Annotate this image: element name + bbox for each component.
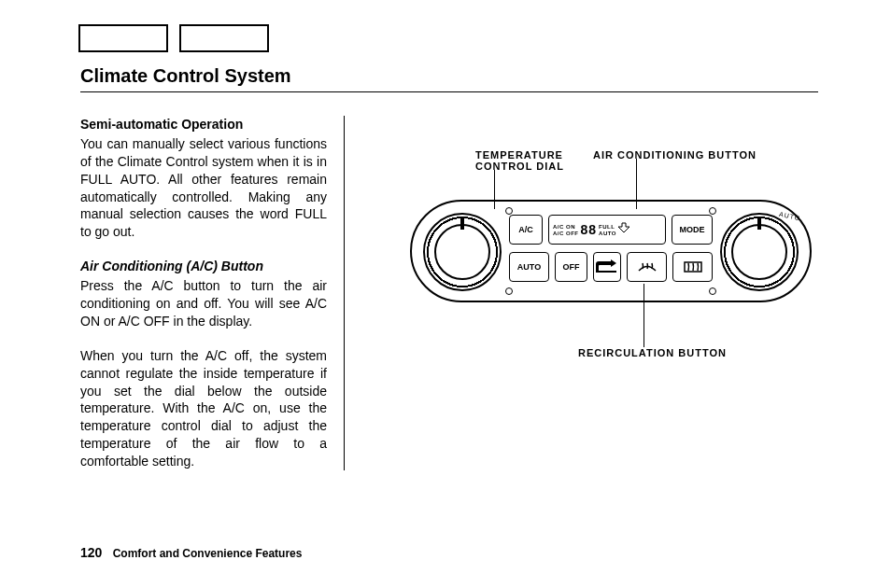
- display-temperature-digits: 88: [581, 227, 598, 232]
- lcd-display: A/C ON A/C OFF 88 FULL AUTO: [548, 215, 666, 245]
- dial-indicator-icon: [460, 217, 464, 230]
- page-title: Climate Control System: [80, 65, 291, 87]
- off-button[interactable]: OFF: [555, 252, 587, 282]
- panel-screw: [709, 287, 716, 295]
- subsection-heading: Air Conditioning (A/C) Button: [80, 258, 327, 275]
- page-footer: 120 Comfort and Convenience Features: [80, 545, 302, 560]
- svg-rect-0: [596, 271, 616, 273]
- placeholder-box: [179, 24, 269, 52]
- display-left-status: A/C ON A/C OFF: [553, 224, 579, 236]
- fan-speed-dial[interactable]: AUTO: [720, 213, 799, 291]
- recirculation-button[interactable]: [593, 252, 621, 282]
- label-recirc-button: RECIRCULATION BUTTON: [578, 347, 765, 358]
- owners-manual-page: Climate Control System Semi-automatic Op…: [0, 0, 891, 588]
- panel-screw: [709, 207, 716, 215]
- page-section: Comfort and Convenience Features: [113, 547, 303, 560]
- text-column: Semi-automatic Operation You can manuall…: [80, 116, 345, 470]
- mode-button[interactable]: MODE: [672, 215, 713, 245]
- center-controls: A/C A/C ON A/C OFF 88 FULL AUTO: [509, 215, 713, 287]
- label-ac-button: AIR CONDITIONING BUTTON: [593, 149, 799, 161]
- display-ac-off: A/C OFF: [553, 231, 579, 236]
- front-defrost-icon: [637, 260, 658, 273]
- airflow-direction-icon: [618, 220, 633, 239]
- body-text: You can manually select various function…: [80, 135, 327, 241]
- title-rule: [80, 91, 818, 92]
- dial-indicator-icon: [757, 217, 761, 230]
- recirculation-icon: [594, 259, 620, 274]
- body-text: When you turn the A/C off, the system ca…: [80, 347, 327, 470]
- panel-screw: [505, 287, 513, 295]
- auto-button[interactable]: AUTO: [509, 252, 549, 282]
- placeholder-box: [78, 24, 168, 52]
- body-text: Press the A/C button to turn the air con…: [80, 277, 327, 330]
- control-row-bottom: AUTO OFF: [509, 252, 713, 282]
- rear-defrost-icon: [683, 260, 703, 273]
- panel-screw: [505, 207, 513, 215]
- front-defrost-button[interactable]: [627, 252, 667, 282]
- temperature-control-dial[interactable]: [423, 213, 502, 291]
- ac-button[interactable]: A/C: [509, 215, 543, 245]
- figure-column: TEMPERATURE CONTROL DIAL AIR CONDITIONIN…: [345, 116, 818, 470]
- display-auto: AUTO: [599, 231, 616, 236]
- display-ac-on: A/C ON: [553, 224, 579, 230]
- label-temperature-dial: TEMPERATURE CONTROL DIAL: [475, 149, 587, 172]
- display-right-status: FULL AUTO: [599, 224, 616, 236]
- control-row-top: A/C A/C ON A/C OFF 88 FULL AUTO: [509, 215, 713, 245]
- main-content: Semi-automatic Operation You can manuall…: [80, 116, 818, 470]
- dial-auto-label: AUTO: [778, 211, 800, 222]
- climate-control-panel: AUTO A/C A/C ON A/C OFF 88 FU: [410, 200, 812, 302]
- display-full: FULL: [599, 224, 616, 230]
- top-placeholder-boxes: [78, 24, 269, 52]
- page-number: 120: [80, 545, 102, 560]
- section-heading: Semi-automatic Operation: [80, 116, 327, 133]
- rear-defrost-button[interactable]: [672, 252, 713, 282]
